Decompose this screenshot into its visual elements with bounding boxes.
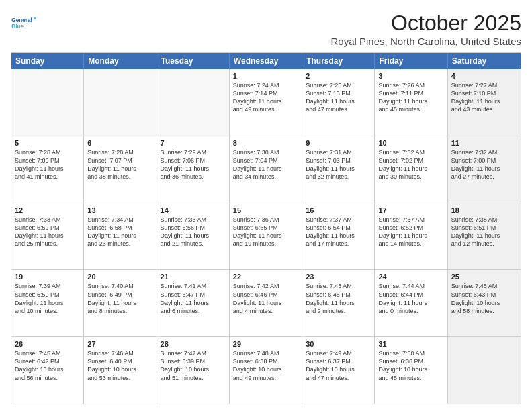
day-number: 19 (15, 273, 80, 281)
day-cell: 12Sunrise: 7:33 AMSunset: 6:59 PMDayligh… (11, 203, 84, 270)
day-number: 10 (378, 139, 443, 147)
day-cell: 10Sunrise: 7:32 AMSunset: 7:02 PMDayligh… (375, 136, 447, 203)
day-info: Sunrise: 7:30 AMSunset: 7:04 PMDaylight:… (233, 148, 298, 181)
day-number: 2 (306, 72, 371, 80)
day-info: Sunrise: 7:24 AMSunset: 7:14 PMDaylight:… (233, 81, 298, 114)
week-row-2: 5Sunrise: 7:28 AMSunset: 7:09 PMDaylight… (11, 136, 521, 203)
day-cell (84, 69, 157, 136)
day-info: Sunrise: 7:34 AMSunset: 6:58 PMDaylight:… (87, 216, 152, 248)
day-cell: 24Sunrise: 7:44 AMSunset: 6:44 PMDayligh… (375, 270, 447, 336)
day-info: Sunrise: 7:49 AMSunset: 6:37 PMDaylight:… (306, 349, 371, 382)
day-info: Sunrise: 7:37 AMSunset: 6:54 PMDaylight:… (306, 216, 371, 248)
day-number: 7 (161, 139, 226, 147)
day-info: Sunrise: 7:27 AMSunset: 7:10 PMDaylight:… (451, 81, 517, 114)
day-header-friday: Friday (375, 53, 447, 69)
day-cell: 23Sunrise: 7:43 AMSunset: 6:45 PMDayligh… (302, 270, 375, 336)
day-cell: 4Sunrise: 7:27 AMSunset: 7:10 PMDaylight… (448, 69, 521, 136)
day-number: 12 (15, 206, 80, 214)
day-cell: 9Sunrise: 7:31 AMSunset: 7:03 PMDaylight… (302, 136, 375, 203)
day-number: 25 (451, 273, 517, 281)
day-info: Sunrise: 7:32 AMSunset: 7:02 PMDaylight:… (378, 148, 443, 181)
day-number: 29 (233, 340, 298, 348)
day-info: Sunrise: 7:42 AMSunset: 6:46 PMDaylight:… (233, 282, 298, 315)
day-cell: 15Sunrise: 7:36 AMSunset: 6:55 PMDayligh… (230, 203, 302, 270)
week-row-5: 26Sunrise: 7:45 AMSunset: 6:42 PMDayligh… (11, 336, 521, 404)
day-info: Sunrise: 7:36 AMSunset: 6:55 PMDaylight:… (233, 216, 298, 248)
day-number: 31 (378, 340, 443, 348)
day-header-tuesday: Tuesday (157, 53, 230, 69)
day-header-wednesday: Wednesday (230, 53, 302, 69)
day-info: Sunrise: 7:40 AMSunset: 6:49 PMDaylight:… (87, 282, 152, 315)
day-number: 20 (87, 273, 152, 281)
day-header-thursday: Thursday (302, 53, 375, 69)
day-cell: 11Sunrise: 7:32 AMSunset: 7:00 PMDayligh… (448, 136, 521, 203)
day-cell: 19Sunrise: 7:39 AMSunset: 6:50 PMDayligh… (11, 270, 84, 336)
day-number: 22 (233, 273, 298, 281)
day-number: 28 (161, 340, 226, 348)
day-cell: 6Sunrise: 7:28 AMSunset: 7:07 PMDaylight… (84, 136, 157, 203)
day-info: Sunrise: 7:35 AMSunset: 6:56 PMDaylight:… (161, 216, 226, 248)
day-cell: 28Sunrise: 7:47 AMSunset: 6:39 PMDayligh… (157, 337, 230, 404)
day-header-saturday: Saturday (448, 53, 521, 69)
day-cell: 5Sunrise: 7:28 AMSunset: 7:09 PMDaylight… (11, 136, 84, 203)
day-info: Sunrise: 7:25 AMSunset: 7:13 PMDaylight:… (306, 81, 371, 114)
day-info: Sunrise: 7:26 AMSunset: 7:11 PMDaylight:… (378, 81, 443, 114)
day-info: Sunrise: 7:44 AMSunset: 6:44 PMDaylight:… (378, 282, 443, 315)
day-number: 26 (15, 340, 80, 348)
day-number: 14 (161, 206, 226, 214)
day-number: 5 (15, 139, 80, 147)
day-info: Sunrise: 7:39 AMSunset: 6:50 PMDaylight:… (15, 282, 80, 315)
day-info: Sunrise: 7:47 AMSunset: 6:39 PMDaylight:… (161, 349, 226, 382)
title-block: October 2025 Royal Pines, North Carolina… (331, 11, 521, 47)
day-number: 27 (87, 340, 152, 348)
day-info: Sunrise: 7:41 AMSunset: 6:47 PMDaylight:… (161, 282, 226, 315)
day-cell: 13Sunrise: 7:34 AMSunset: 6:58 PMDayligh… (84, 203, 157, 270)
day-cell (11, 69, 84, 136)
day-info: Sunrise: 7:37 AMSunset: 6:52 PMDaylight:… (378, 216, 443, 248)
day-info: Sunrise: 7:50 AMSunset: 6:36 PMDaylight:… (378, 349, 443, 382)
generalblue-icon: General Blue (11, 11, 36, 35)
day-cell (157, 69, 230, 136)
day-info: Sunrise: 7:28 AMSunset: 7:07 PMDaylight:… (87, 148, 152, 181)
day-header-sunday: Sunday (11, 53, 84, 69)
day-number: 24 (378, 273, 443, 281)
day-cell: 1Sunrise: 7:24 AMSunset: 7:14 PMDaylight… (230, 69, 302, 136)
day-info: Sunrise: 7:45 AMSunset: 6:42 PMDaylight:… (15, 349, 80, 382)
svg-text:Blue: Blue (11, 24, 24, 30)
day-info: Sunrise: 7:33 AMSunset: 6:59 PMDaylight:… (15, 216, 80, 248)
day-cell: 16Sunrise: 7:37 AMSunset: 6:54 PMDayligh… (302, 203, 375, 270)
week-row-3: 12Sunrise: 7:33 AMSunset: 6:59 PMDayligh… (11, 203, 521, 270)
day-info: Sunrise: 7:45 AMSunset: 6:43 PMDaylight:… (451, 282, 517, 315)
day-cell: 29Sunrise: 7:48 AMSunset: 6:38 PMDayligh… (230, 337, 302, 404)
day-cell: 2Sunrise: 7:25 AMSunset: 7:13 PMDaylight… (302, 69, 375, 136)
day-cell: 21Sunrise: 7:41 AMSunset: 6:47 PMDayligh… (157, 270, 230, 336)
day-number: 1 (233, 72, 298, 80)
day-cell: 31Sunrise: 7:50 AMSunset: 6:36 PMDayligh… (375, 337, 447, 404)
day-number: 4 (451, 72, 517, 80)
day-info: Sunrise: 7:43 AMSunset: 6:45 PMDaylight:… (306, 282, 371, 315)
day-number: 21 (161, 273, 226, 281)
day-cell: 14Sunrise: 7:35 AMSunset: 6:56 PMDayligh… (157, 203, 230, 270)
day-number: 11 (451, 139, 517, 147)
day-cell: 27Sunrise: 7:46 AMSunset: 6:40 PMDayligh… (84, 337, 157, 404)
day-info: Sunrise: 7:29 AMSunset: 7:06 PMDaylight:… (161, 148, 226, 181)
day-number: 17 (378, 206, 443, 214)
day-number: 13 (87, 206, 152, 214)
day-cell: 17Sunrise: 7:37 AMSunset: 6:52 PMDayligh… (375, 203, 447, 270)
day-cell: 22Sunrise: 7:42 AMSunset: 6:46 PMDayligh… (230, 270, 302, 336)
day-cell: 7Sunrise: 7:29 AMSunset: 7:06 PMDaylight… (157, 136, 230, 203)
day-headers: SundayMondayTuesdayWednesdayThursdayFrid… (11, 53, 521, 69)
day-cell: 3Sunrise: 7:26 AMSunset: 7:11 PMDaylight… (375, 69, 447, 136)
day-number: 9 (306, 139, 371, 147)
day-number: 6 (87, 139, 152, 147)
day-info: Sunrise: 7:32 AMSunset: 7:00 PMDaylight:… (451, 148, 517, 181)
day-info: Sunrise: 7:48 AMSunset: 6:38 PMDaylight:… (233, 349, 298, 382)
day-info: Sunrise: 7:28 AMSunset: 7:09 PMDaylight:… (15, 148, 80, 181)
week-row-4: 19Sunrise: 7:39 AMSunset: 6:50 PMDayligh… (11, 269, 521, 336)
day-info: Sunrise: 7:31 AMSunset: 7:03 PMDaylight:… (306, 148, 371, 181)
day-number: 30 (306, 340, 371, 348)
day-cell: 18Sunrise: 7:38 AMSunset: 6:51 PMDayligh… (448, 203, 521, 270)
location: Royal Pines, North Carolina, United Stat… (331, 36, 521, 47)
week-row-1: 1Sunrise: 7:24 AMSunset: 7:14 PMDaylight… (11, 69, 521, 136)
day-info: Sunrise: 7:46 AMSunset: 6:40 PMDaylight:… (87, 349, 152, 382)
